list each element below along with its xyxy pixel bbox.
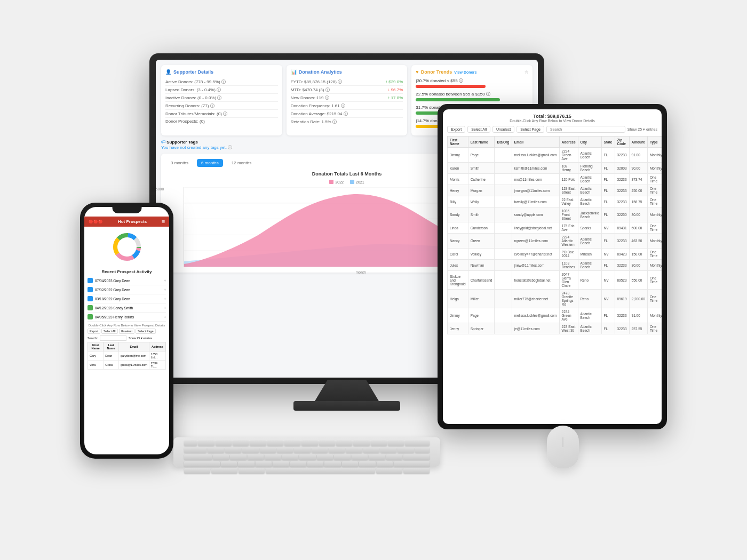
legend-dot-2021 [350,180,354,184]
tablet-search-input[interactable] [546,126,625,133]
table-row[interactable]: JulesNewmanjnew@11miles.com1103 BeachesA… [448,260,662,271]
table-row[interactable]: HelgaMillermiller775@charter.net2473 Gra… [448,290,662,308]
key [213,454,229,460]
table-row[interactable]: HenryMorganjmorgan@11miles.com129 East S… [448,185,662,196]
phone-unselect-btn[interactable]: Unselect [119,329,134,334]
phone-select-page-btn[interactable]: Select Page [136,329,156,334]
key [260,447,276,453]
key [352,454,368,460]
keyboard-row-1 [184,441,430,446]
activity-icon [88,314,93,319]
tablet-show-label: Show 25 ▾ entries [627,127,657,132]
tablet-toolbar: Export Select All Unselect Select Page S… [447,126,657,133]
export-button[interactable]: Export [447,126,465,133]
tab-12-months[interactable]: 12 months [227,159,256,167]
activity-item: 04/12/2023 Sandy Smith + [88,303,166,313]
star-icon: ☆ [525,70,528,75]
trend-item: |30.7% donated < $55 ⓘ [416,78,528,88]
stat-row: New Donors: 119 ⓘ ↑ 17.8% [291,94,403,102]
donor-table-body: JimmyPagemelissa.luckles@gmail.com2234 G… [448,148,662,334]
legend-2021: 2021 [350,180,364,184]
key [294,447,310,453]
phone-mini-toolbar: Export Select All Unselect Select Page [88,329,166,334]
table-row[interactable]: JimmyPagemelissa.luckles@gmail.com2234 G… [448,148,662,163]
table-row[interactable]: SandySmithsandy@apple.com1036 Front Stre… [448,207,662,222]
key [377,461,393,467]
month-label: month [356,270,366,274]
phone-search-input[interactable] [100,335,126,341]
keyboard [173,437,440,467]
key [238,461,254,467]
select-page-button[interactable]: Select Page [516,126,544,133]
table-row[interactable]: MorrisCatherinemo@11miles.com120 PoloAtl… [448,174,662,185]
tab-6-months[interactable]: 6 months [197,159,223,167]
phone-prospect-table: First Name Last Name Email Address Gary … [88,342,166,370]
table-row[interactable]: BillyWollybwolly@11miles.com22 East Vall… [448,196,662,207]
tab-3-months[interactable]: 3 months [166,159,193,167]
tablet: Total: $89,876.15 Double-Click Any Row B… [438,104,667,429]
tablet-content: Total: $89,876.15 Double-Click Any Row B… [443,109,662,424]
table-row[interactable]: JimmyPagemelissa.luckles@gmail.com2234 G… [448,308,662,323]
col-amount: Amount [629,137,647,148]
activity-more-icon: + [164,279,166,283]
keyboard-row-3 [184,454,430,460]
scene: 👤 Supporter Details Active Donors: (778 … [80,53,667,507]
key [353,441,369,446]
donation-analytics-card: 📊 Donation Analytics FYTD: $89,876.15 (1… [287,65,408,135]
select-all-button[interactable]: Select All [467,126,490,133]
phone: 🔴🔴🔴 Hot Prospects ☰ [80,203,173,459]
key-caps [184,454,212,460]
phone-show-label: Show 25 ▾ entries [129,337,152,340]
col-last-name: Last Name [468,137,495,148]
table-row[interactable]: CarolVolkleycvolkley477@charter.netPO Bo… [448,249,662,260]
table-row[interactable]: KarenSmithksmith@11miles.com102 HenryFle… [448,163,662,174]
table-row[interactable]: LindaGundersonlindygold@sbcglobal.net175… [448,222,662,234]
tablet-header: Total: $89,876.15 Double-Click Any Row B… [447,114,657,123]
key [371,441,387,446]
view-donors-link[interactable]: View Donors [454,70,476,74]
phone-header: 🔴🔴🔴 Hot Prospects ☰ [84,217,169,227]
monitor-base [293,401,400,411]
key-enter-top [415,447,430,453]
key [359,461,375,467]
phone-content: 🔴🔴🔴 Hot Prospects ☰ [84,207,169,454]
activity-more-icon: + [164,297,166,301]
table-row[interactable]: NancyGreenngreen@11miles.com2224 Atlanti… [448,234,662,249]
phone-col-last: Last Name [104,342,119,351]
key [324,461,340,467]
activity-item: 04/05/2023 Henry Rollins + [88,313,166,322]
key [329,447,345,453]
col-state: State [601,137,615,148]
key [334,454,350,460]
stat-row: FYTD: $89,876.15 (128) ⓘ ↑ $29.0% [291,78,403,86]
phone-select-all-btn[interactable]: Select All [101,329,118,334]
tablet-subtitle: Double-Click Any Row Below to View Donor… [447,119,657,123]
col-first-name: First Name [448,137,468,148]
phone-export-btn[interactable]: Export [88,329,100,334]
key [369,454,385,460]
key [398,447,414,453]
unselect-button[interactable]: Unselect [492,126,514,133]
phone-table-row[interactable]: Gary Dean garydean@me.com 1350 Ltd... [88,351,166,361]
key-cmd-right [376,468,402,474]
activity-item: 07/02/2022 Gary Dean + [88,285,166,294]
col-city: City [578,137,601,148]
key [319,441,335,446]
phone-table-row[interactable]: Vera Gross gross@11miles.com 2334 Tu... [88,361,166,370]
tablet-screen: Total: $89,876.15 Double-Click Any Row B… [443,109,662,424]
phone-col-email: Email [118,342,149,351]
tag-icon: 🏷 [161,140,166,145]
phone-header-title: Hot Prospects [118,219,147,224]
activity-more-icon: + [164,306,166,310]
table-row[interactable]: Stokue and KrongnaldCharfuriosandhenstat… [448,271,662,290]
table-row[interactable]: JennySpringerje@11miles.com223 East West… [448,323,662,334]
stat-row: Inactive Donors: (0 - 0.0%) ⓘ [165,94,278,102]
key [282,454,298,460]
supporter-details-title: 👤 Supporter Details [165,69,278,75]
mouse [547,426,579,468]
donation-analytics-title: 📊 Donation Analytics [291,69,403,75]
stat-row: MTD: $470.74 (3) ⓘ ↓ 96.7% [291,86,403,94]
activity-icon [88,296,93,301]
activity-item: 07/04/2023 Gary Dean + [88,276,166,285]
phone-screen: 🔴🔴🔴 Hot Prospects ☰ [84,207,169,454]
